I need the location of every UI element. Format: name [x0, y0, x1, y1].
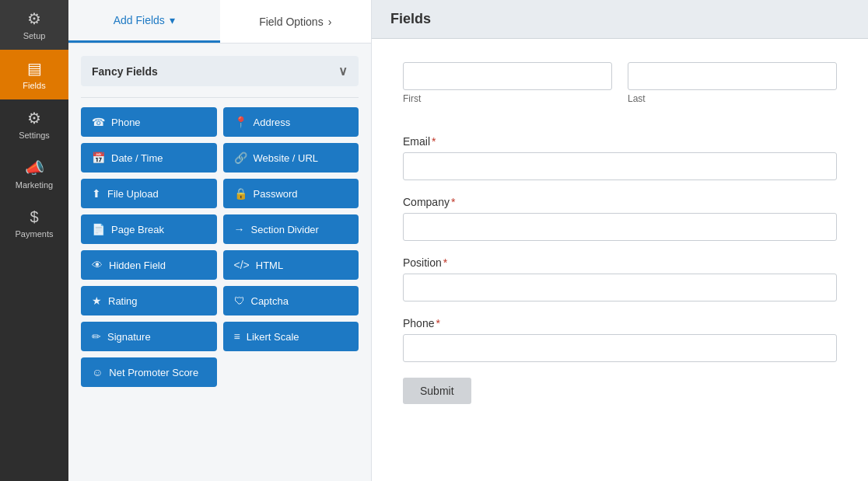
marketing-icon: 📣 — [25, 159, 44, 177]
page-title: Fields — [390, 11, 431, 26]
submit-button[interactable]: Submit — [403, 378, 471, 404]
website-url-button-label: Website / URL — [254, 152, 319, 164]
sidebar: ⚙ Setup ▤ Fields ⚙ Settings 📣 Marketing … — [0, 0, 68, 481]
fields-icon: ▤ — [27, 59, 42, 78]
hidden-field-button[interactable]: 👁 Hidden Field — [81, 250, 217, 280]
left-panel: Add Fields ▾ Field Options › Fancy Field… — [68, 0, 372, 481]
chevron-right-icon: › — [328, 16, 332, 28]
tab-bar: Add Fields ▾ Field Options › — [68, 0, 371, 44]
phone-input[interactable] — [403, 334, 837, 362]
company-required: * — [451, 196, 455, 208]
sidebar-item-fields-label: Fields — [23, 81, 45, 90]
email-field: Email* — [403, 135, 837, 180]
file-upload-button-label: File Upload — [107, 188, 159, 200]
password-button-label: Password — [254, 188, 298, 200]
net-promoter-score-button-label: Net Promoter Score — [109, 367, 198, 378]
company-label: Company* — [403, 196, 837, 208]
captcha-icon: 🛡 — [234, 295, 245, 307]
rating-button[interactable]: ★ Rating — [81, 286, 217, 315]
first-name-field: First — [403, 62, 612, 104]
right-header: Fields — [372, 0, 868, 39]
nps-icon: ☺ — [92, 366, 103, 378]
rating-button-label: Rating — [108, 295, 138, 307]
signature-button-label: Signature — [107, 331, 151, 343]
signature-button[interactable]: ✏ Signature — [81, 322, 217, 351]
gear-icon: ⚙ — [27, 9, 41, 28]
first-name-input[interactable] — [403, 62, 612, 90]
section-divider-button[interactable]: → Section Divider — [223, 214, 359, 244]
file-upload-button[interactable]: ⬆ File Upload — [81, 179, 217, 208]
sidebar-item-marketing-label: Marketing — [16, 180, 53, 190]
section-divider-button-label: Section Divider — [251, 224, 319, 235]
position-required: * — [443, 256, 447, 269]
phone-required: * — [436, 317, 439, 329]
sidebar-item-settings-label: Settings — [19, 131, 50, 140]
right-panel: Fields First Last Email* Company* — [372, 0, 868, 481]
eye-icon: 👁 — [92, 259, 103, 271]
hidden-field-button-label: Hidden Field — [109, 260, 166, 271]
position-field: Position* — [403, 256, 837, 301]
website-url-button[interactable]: 🔗 Website / URL — [223, 143, 359, 173]
position-label: Position* — [403, 256, 837, 269]
payments-icon: $ — [30, 208, 38, 226]
tab-add-fields-label: Add Fields — [114, 14, 165, 26]
sidebar-item-setup[interactable]: ⚙ Setup — [0, 0, 68, 50]
phone-field: Phone* — [403, 317, 837, 362]
section-divider-icon: → — [234, 223, 245, 235]
likert-icon: ≡ — [234, 330, 240, 343]
star-icon: ★ — [92, 295, 102, 307]
company-input[interactable] — [403, 213, 837, 241]
date-time-button-label: Date / Time — [111, 152, 163, 164]
position-input[interactable] — [403, 274, 837, 301]
date-time-button[interactable]: 📅 Date / Time — [81, 143, 217, 173]
address-button[interactable]: 📍 Address — [223, 107, 359, 137]
email-input[interactable] — [403, 152, 837, 180]
phone-label: Phone* — [403, 317, 837, 329]
net-promoter-score-button[interactable]: ☺ Net Promoter Score — [81, 357, 217, 387]
fields-grid: ☎ Phone 📍 Address 📅 Date / Time 🔗 Websit… — [81, 107, 359, 387]
html-button[interactable]: </> HTML — [223, 250, 359, 280]
last-name-input[interactable] — [628, 62, 837, 90]
likert-scale-button[interactable]: ≡ Likert Scale — [223, 322, 359, 351]
link-icon: 🔗 — [234, 152, 247, 164]
chevron-down-icon: ▾ — [170, 14, 175, 26]
company-field: Company* — [403, 196, 837, 241]
likert-scale-button-label: Likert Scale — [247, 331, 299, 343]
html-button-label: HTML — [256, 260, 283, 271]
first-name-sublabel: First — [403, 93, 612, 104]
last-name-sublabel: Last — [628, 93, 837, 104]
phone-button[interactable]: ☎ Phone — [81, 107, 217, 137]
captcha-button-label: Captcha — [251, 295, 289, 307]
last-name-field: Last — [628, 62, 837, 104]
panel-content: Fancy Fields ∨ ☎ Phone 📍 Address 📅 Date … — [68, 44, 371, 481]
sidebar-item-settings[interactable]: ⚙ Settings — [0, 99, 68, 149]
sidebar-item-payments-label: Payments — [16, 229, 54, 239]
tab-field-options[interactable]: Field Options › — [220, 0, 372, 43]
sidebar-item-fields[interactable]: ▤ Fields — [0, 50, 68, 99]
email-label: Email* — [403, 135, 837, 148]
calendar-icon: 📅 — [92, 152, 105, 164]
tab-add-fields[interactable]: Add Fields ▾ — [68, 0, 220, 43]
divider — [81, 97, 359, 98]
html-icon: </> — [234, 259, 250, 271]
address-icon: 📍 — [234, 116, 247, 128]
fancy-fields-title: Fancy Fields — [92, 65, 158, 78]
sidebar-item-marketing[interactable]: 📣 Marketing — [0, 149, 68, 199]
upload-icon: ⬆ — [92, 187, 101, 200]
tab-field-options-label: Field Options — [259, 16, 323, 28]
captcha-button[interactable]: 🛡 Captcha — [223, 286, 359, 315]
page-break-button[interactable]: 📄 Page Break — [81, 214, 217, 244]
signature-icon: ✏ — [92, 330, 101, 343]
password-button[interactable]: 🔒 Password — [223, 179, 359, 208]
lock-icon: 🔒 — [234, 187, 247, 200]
settings-icon: ⚙ — [27, 109, 41, 127]
phone-button-label: Phone — [111, 117, 141, 128]
address-button-label: Address — [254, 117, 291, 128]
email-required: * — [432, 135, 436, 148]
page-break-button-label: Page Break — [111, 224, 164, 235]
name-row: First Last — [403, 62, 837, 120]
sidebar-item-payments[interactable]: $ Payments — [0, 199, 68, 248]
section-chevron-icon: ∨ — [338, 64, 348, 78]
fancy-fields-header[interactable]: Fancy Fields ∨ — [81, 56, 359, 86]
sidebar-item-setup-label: Setup — [23, 31, 46, 40]
